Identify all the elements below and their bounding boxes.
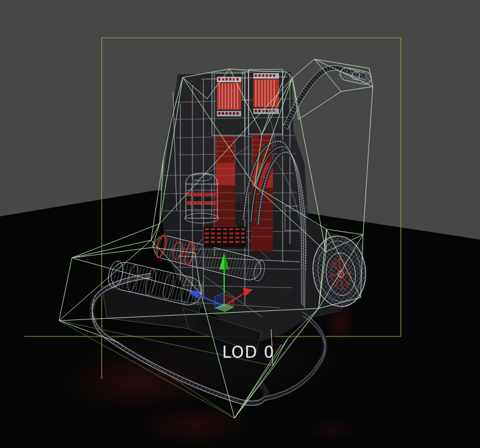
cylinder-right-red bbox=[253, 79, 279, 107]
red-slats bbox=[203, 227, 246, 247]
3d-viewport[interactable]: LOD 0 bbox=[0, 0, 480, 448]
viewport-canvas[interactable]: LOD 0 bbox=[0, 0, 480, 448]
lod-level-label: LOD 0 bbox=[222, 343, 275, 361]
